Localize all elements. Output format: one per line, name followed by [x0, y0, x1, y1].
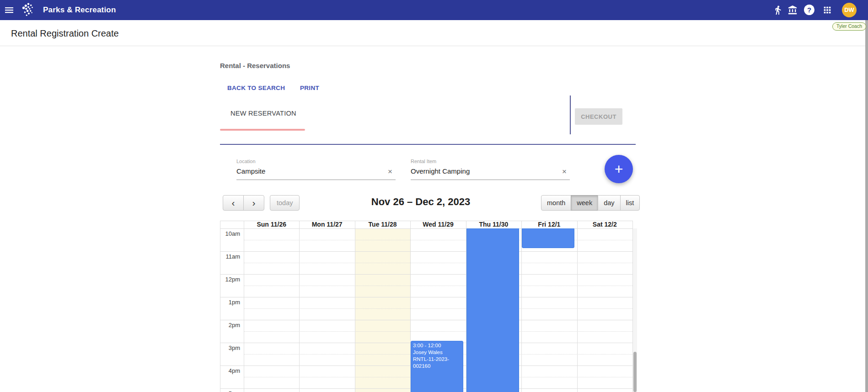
app-title: Parks & Recreation [43, 0, 116, 20]
hour-line [220, 320, 632, 320]
section-divider [220, 144, 636, 145]
day-column[interactable] [355, 228, 410, 392]
view-day-button[interactable]: day [598, 195, 620, 211]
page-header [0, 20, 865, 46]
time-label: 1pm [220, 299, 240, 306]
half-hour-line [244, 308, 632, 309]
walking-person-icon[interactable] [773, 5, 783, 15]
calendar-nav-group: ‹› [223, 195, 264, 211]
grid-border [220, 221, 220, 392]
rental-item-label: Rental Item [411, 159, 436, 164]
calendar-scrollbar-thumb[interactable] [633, 352, 637, 392]
page-scrollbar[interactable] [865, 20, 868, 392]
view-list-button[interactable]: list [620, 195, 640, 211]
day-header: Fri 12/1 [521, 221, 577, 228]
calendar-event-josey-wales[interactable]: 3:00 - 12:00 Josey Wales RNTL-11-2023-00… [411, 341, 463, 392]
location-underline [236, 180, 396, 180]
half-hour-line [244, 331, 632, 332]
print-link[interactable]: PRINT [300, 85, 319, 91]
rental-item-underline [411, 180, 570, 180]
calendar-week-grid: Sun 11/26Mon 11/27Tue 11/28Wed 11/29Thu … [220, 221, 637, 392]
tab-active-underline [220, 129, 305, 131]
time-label: 10am [220, 230, 240, 237]
time-label: 5pm [220, 390, 240, 392]
prev-week-button[interactable]: ‹ [223, 195, 244, 211]
rental-item-input[interactable]: Overnight Camping [411, 167, 470, 175]
tyler-dotted-logo-icon [20, 2, 37, 18]
location-clear-icon[interactable]: × [388, 168, 392, 175]
half-hour-line [244, 286, 632, 286]
location-label: Location [236, 159, 256, 164]
menu-icon[interactable] [4, 5, 15, 16]
time-label: 2pm [220, 322, 240, 328]
rental-item-clear-icon[interactable]: × [562, 168, 567, 175]
back-to-search-link[interactable]: BACK TO SEARCH [227, 85, 285, 91]
bank-building-icon[interactable] [788, 5, 798, 15]
calendar-view-switcher: monthweekdaylist [541, 195, 640, 211]
time-label: 12pm [220, 276, 240, 283]
day-header: Sun 11/26 [244, 221, 299, 228]
calendar-event-thursday[interactable] [466, 228, 519, 392]
page-title: Rental Registration Create [11, 28, 119, 39]
day-column[interactable] [299, 228, 354, 392]
day-header: Sat 12/2 [577, 221, 632, 228]
day-header: Tue 11/28 [355, 221, 410, 228]
app-bar: Parks & Recreation ? DW [0, 0, 868, 20]
day-header: Mon 11/27 [299, 221, 354, 228]
day-header: Thu 11/30 [466, 221, 521, 228]
today-button[interactable]: today [270, 195, 300, 211]
column-border [577, 221, 578, 392]
half-hour-line [244, 263, 632, 263]
day-column[interactable] [577, 228, 632, 392]
column-border [355, 221, 355, 392]
vertical-divider [570, 95, 571, 134]
hour-line [220, 297, 632, 297]
column-border [299, 221, 300, 392]
event-title: Josey Wales [413, 349, 461, 356]
calendar-title: Nov 26 – Dec 2, 2023 [320, 196, 521, 208]
time-label: 11am [220, 253, 240, 260]
panel-heading: Rental - Reservations [220, 62, 290, 69]
day-column[interactable] [521, 228, 577, 392]
column-border [244, 221, 244, 392]
help-icon[interactable]: ? [804, 5, 814, 15]
tab-new-reservation[interactable]: NEW RESERVATION [230, 110, 296, 117]
time-label: 4pm [220, 367, 240, 374]
grid-border [220, 221, 632, 221]
add-reservation-fab[interactable]: + [605, 155, 633, 183]
time-label: 3pm [220, 344, 240, 351]
hour-line [220, 251, 632, 252]
calendar-event-friday[interactable] [522, 228, 574, 248]
day-header: Wed 11/29 [410, 221, 466, 228]
user-avatar[interactable]: DW [842, 3, 857, 17]
day-column[interactable] [244, 228, 299, 392]
event-reference: RNTL-11-2023-002160 [413, 356, 461, 370]
view-month-button[interactable]: month [541, 195, 571, 211]
location-input[interactable]: Campsite [236, 167, 265, 175]
hour-line [220, 274, 632, 275]
view-week-button[interactable]: week [571, 195, 598, 211]
apps-grid-icon[interactable] [822, 5, 832, 15]
next-week-button[interactable]: › [243, 195, 264, 211]
checkout-button[interactable]: CHECKOUT [575, 108, 622, 125]
user-badge: Tyler Coach [832, 22, 866, 31]
event-time: 3:00 - 12:00 [413, 342, 461, 349]
